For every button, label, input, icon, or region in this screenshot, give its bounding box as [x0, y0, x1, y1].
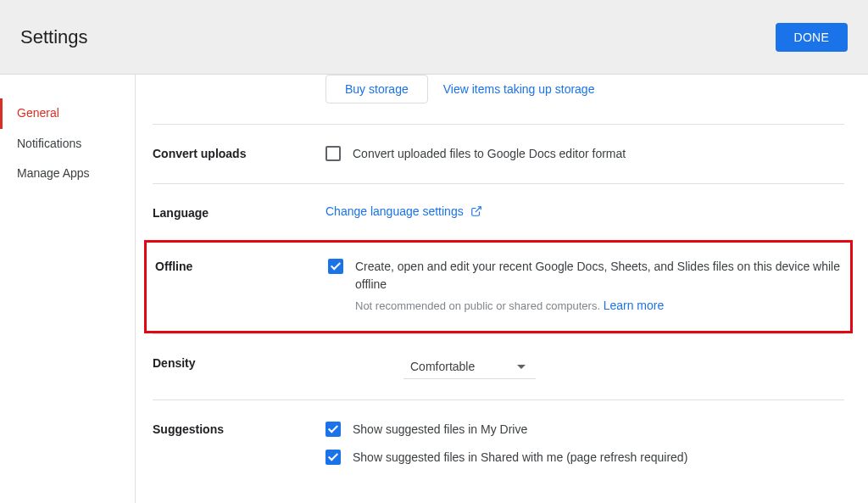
external-link-icon	[470, 205, 482, 220]
offline-section: Offline Create, open and edit your recen…	[155, 258, 842, 312]
done-button[interactable]: DONE	[776, 23, 848, 52]
language-section: Language Change language settings	[153, 183, 844, 240]
page-title: Settings	[20, 26, 88, 48]
offline-checkbox[interactable]	[328, 259, 343, 274]
content-area: Buy storage View items taking up storage…	[136, 75, 868, 503]
view-storage-link[interactable]: View items taking up storage	[443, 82, 595, 96]
convert-uploads-section: Convert uploads Convert uploaded files t…	[153, 124, 844, 183]
offline-subtext: Not recommended on public or shared comp…	[355, 299, 842, 312]
convert-checkbox[interactable]	[326, 146, 341, 161]
sidebar-item-general[interactable]: General	[0, 98, 135, 129]
suggestions-section: Suggestions Show suggested files in My D…	[153, 400, 844, 487]
suggestion-shared-checkbox[interactable]	[326, 450, 341, 465]
svg-line-0	[475, 207, 480, 212]
buy-storage-button[interactable]: Buy storage	[326, 75, 428, 103]
offline-label: Offline	[155, 258, 328, 312]
suggestions-label: Suggestions	[153, 421, 326, 467]
offline-checkbox-label: Create, open and edit your recent Google…	[355, 258, 842, 293]
offline-learn-more-link[interactable]: Learn more	[604, 299, 665, 312]
settings-header: Settings DONE	[0, 0, 868, 75]
suggestion-mydrive-label: Show suggested files in My Drive	[353, 421, 527, 439]
settings-body: General Notifications Manage Apps Buy st…	[0, 75, 868, 503]
sidebar-item-notifications[interactable]: Notifications	[0, 129, 135, 159]
convert-checkbox-label: Convert uploaded files to Google Docs ed…	[353, 145, 626, 163]
convert-label: Convert uploads	[153, 145, 326, 163]
offline-subtext-text: Not recommended on public or shared comp…	[355, 299, 600, 312]
change-language-link[interactable]: Change language settings	[326, 204, 482, 218]
density-label: Density	[153, 355, 326, 379]
offline-highlight: Offline Create, open and edit your recen…	[144, 240, 853, 333]
storage-section: Buy storage View items taking up storage	[136, 75, 844, 124]
sidebar: General Notifications Manage Apps	[0, 75, 136, 503]
suggestion-mydrive-checkbox[interactable]	[326, 422, 341, 437]
chevron-down-icon	[517, 365, 526, 369]
change-language-text: Change language settings	[326, 204, 464, 218]
density-section: Density Comfortable	[153, 333, 844, 400]
density-dropdown[interactable]: Comfortable	[403, 355, 536, 379]
sidebar-item-manage-apps[interactable]: Manage Apps	[0, 159, 135, 189]
density-value: Comfortable	[410, 360, 475, 373]
language-label: Language	[153, 204, 326, 220]
suggestion-shared-label: Show suggested files in Shared with me (…	[353, 449, 687, 467]
